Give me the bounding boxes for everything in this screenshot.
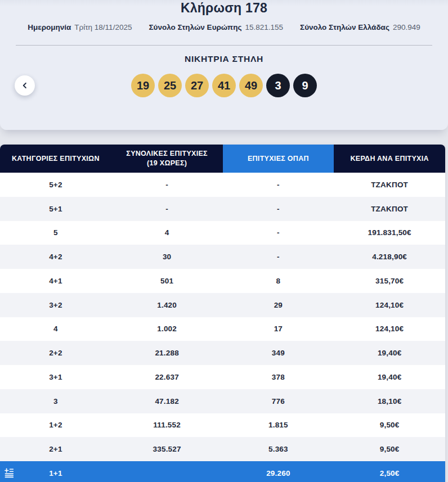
cell: ΤΖΑΚΠΟΤ xyxy=(334,173,445,197)
draw-meta-item: Σύνολο Στηλών Ευρώπης15.821.155 xyxy=(149,22,283,33)
winning-column-title: ΝΙΚΗΤΡΙΑ ΣΤΗΛΗ xyxy=(0,54,448,64)
cell: 5 xyxy=(0,221,111,245)
cell xyxy=(111,461,223,482)
cell: 47.182 xyxy=(111,389,223,413)
draw-meta-item: Σύνολο Στηλών Ελλάδας290.949 xyxy=(300,22,420,33)
table-row-opap-total: 1+129.2602,50€ xyxy=(0,461,445,482)
cell: 1.815 xyxy=(223,413,334,438)
main-number-ball: 25 xyxy=(158,74,182,97)
cell: 4.218,90€ xyxy=(334,245,445,269)
cell: 29 xyxy=(223,293,334,317)
cell: ΤΖΑΚΠΟΤ xyxy=(334,197,445,221)
cell: 18,10€ xyxy=(334,389,445,413)
main-number-ball: 27 xyxy=(185,74,209,97)
euro-number-ball: 3 xyxy=(266,74,290,97)
main-number-ball: 49 xyxy=(239,74,263,97)
cell: 19,40€ xyxy=(334,365,445,389)
cell: 19,40€ xyxy=(334,341,445,365)
cell: 501 xyxy=(111,269,223,293)
cell: 349 xyxy=(223,341,334,365)
cell: 335.527 xyxy=(111,437,223,461)
cell: 29.260 xyxy=(223,461,334,482)
table-row: 347.18277618,10€ xyxy=(0,389,445,413)
table-row: 2+1335.5275.3639,50€ xyxy=(0,437,445,461)
table-row: 5+2--ΤΖΑΚΠΟΤ xyxy=(0,173,445,197)
table-row: 41.00217124,10€ xyxy=(0,317,445,341)
results-table-header: ΚΑΤΗΓΟΡΙΕΣ ΕΠΙΤΥΧΙΩΝΣΥΝΟΛΙΚΕΣ ΕΠΙΤΥΧΙΕΣ(… xyxy=(0,145,445,173)
cell: 191.831,50€ xyxy=(334,221,445,245)
meta-value: Τρίτη 18/11/2025 xyxy=(74,23,132,31)
table-row: 4+230-4.218,90€ xyxy=(0,245,445,269)
column-header-sublabel: (19 ΧΩΡΕΣ) xyxy=(147,159,187,168)
cell: 30 xyxy=(111,245,223,269)
main-number-ball: 19 xyxy=(131,74,155,97)
main-number-ball: 41 xyxy=(212,74,236,97)
results-table-body: 5+2--ΤΖΑΚΠΟΤ5+1--ΤΖΑΚΠΟΤ54-191.831,50€4+… xyxy=(0,173,445,482)
cell: 1+1 xyxy=(0,461,111,482)
table-row: 54-191.831,50€ xyxy=(0,221,445,245)
cell: 4+2 xyxy=(0,245,111,269)
column-header-1: ΚΑΤΗΓΟΡΙΕΣ ΕΠΙΤΥΧΙΩΝ xyxy=(0,145,111,173)
cell: 124,10€ xyxy=(334,317,445,341)
cell: 4+1 xyxy=(0,269,111,293)
cell: 378 xyxy=(223,365,334,389)
cell: 124,10€ xyxy=(334,293,445,317)
cell: 4 xyxy=(111,221,223,245)
cell: 9,50€ xyxy=(334,413,445,438)
cell: 3+1 xyxy=(0,365,111,389)
meta-label: Ημερομηνία xyxy=(28,23,71,31)
cell: - xyxy=(111,173,223,197)
column-header-2: ΣΥΝΟΛΙΚΕΣ ΕΠΙΤΥΧΙΕΣ(19 ΧΩΡΕΣ) xyxy=(111,145,223,173)
draw-title: Κλήρωση 178 xyxy=(0,0,448,16)
divider xyxy=(16,45,432,46)
cell: 22.637 xyxy=(111,365,223,389)
cell: 1.420 xyxy=(111,293,223,317)
table-row: 2+221.28834919,40€ xyxy=(0,341,445,365)
cell: 111.552 xyxy=(111,413,223,438)
cell: 776 xyxy=(223,389,334,413)
cell: - xyxy=(223,245,334,269)
euro-number-ball: 9 xyxy=(293,74,317,97)
table-row: 4+15018315,70€ xyxy=(0,269,445,293)
column-header-label: ΚΕΡΔΗ ΑΝΑ ΕΠΙΤΥΧΙΑ xyxy=(350,154,428,164)
chevron-left-icon xyxy=(20,80,30,91)
cell: 21.288 xyxy=(111,341,223,365)
cell: 2+2 xyxy=(0,341,111,365)
cell: - xyxy=(223,173,334,197)
cell: 1+2 xyxy=(0,413,111,438)
table-row: 3+21.42029124,10€ xyxy=(0,293,445,317)
cell: - xyxy=(223,221,334,245)
cell: 5.363 xyxy=(223,437,334,461)
cell: 5+1 xyxy=(0,197,111,221)
table-row: 5+1--ΤΖΑΚΠΟΤ xyxy=(0,197,445,221)
cell: - xyxy=(111,197,223,221)
previous-draw-button[interactable] xyxy=(15,75,35,96)
cell: - xyxy=(223,197,334,221)
column-header-4: ΚΕΡΔΗ ΑΝΑ ΕΠΙΤΥΧΙΑ xyxy=(334,145,445,173)
cell: 9,50€ xyxy=(334,437,445,461)
cell: 5+2 xyxy=(0,173,111,197)
cell: 3+2 xyxy=(0,293,111,317)
table-row: 1+2111.5521.8159,50€ xyxy=(0,413,445,438)
draw-summary-panel: Κλήρωση 178 ΗμερομηνίαΤρίτη 18/11/2025Σύ… xyxy=(0,0,448,130)
meta-value: 15.821.155 xyxy=(245,23,283,31)
draw-meta-row: ΗμερομηνίαΤρίτη 18/11/2025Σύνολο Στηλών … xyxy=(0,22,448,33)
table-row: 3+122.63737819,40€ xyxy=(0,365,445,389)
meta-label: Σύνολο Στηλών Ευρώπης xyxy=(149,23,241,31)
column-header-label: ΚΑΤΗΓΟΡΙΕΣ ΕΠΙΤΥΧΙΩΝ xyxy=(12,154,100,164)
cell: 2,50€ xyxy=(334,461,445,482)
column-header-label: ΕΠΙΤΥΧΙΕΣ ΟΠΑΠ xyxy=(248,154,309,164)
meta-value: 290.949 xyxy=(393,23,420,31)
cell: 2+1 xyxy=(0,437,111,461)
draw-meta-item: ΗμερομηνίαΤρίτη 18/11/2025 xyxy=(28,22,132,33)
cell: 1.002 xyxy=(111,317,223,341)
cell: 8 xyxy=(223,269,334,293)
winning-numbers-row: 192527414939 xyxy=(0,74,448,97)
meta-label: Σύνολο Στηλών Ελλάδας xyxy=(300,23,389,31)
column-header-3: ΕΠΙΤΥΧΙΕΣ ΟΠΑΠ xyxy=(223,145,334,173)
column-header-label: ΣΥΝΟΛΙΚΕΣ ΕΠΙΤΥΧΙΕΣ xyxy=(126,149,208,159)
greece-flag-icon xyxy=(5,468,15,478)
cell: 4 xyxy=(0,317,111,341)
cell: 3 xyxy=(0,389,111,413)
cell: 17 xyxy=(223,317,334,341)
